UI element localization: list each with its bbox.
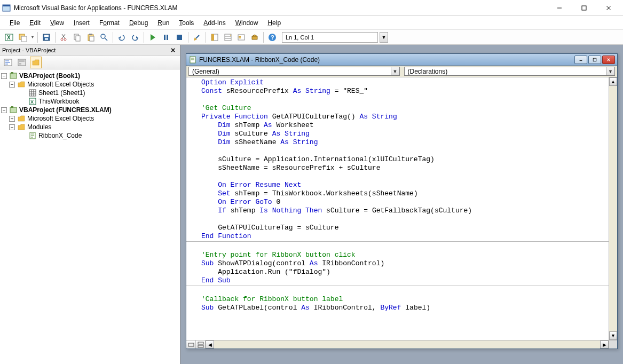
vertical-scrollbar[interactable]: ▲ ▼ bbox=[609, 77, 617, 340]
mdi-area: FUNCRES.XLAM - RibbonX_Code (Code) (Gene… bbox=[180, 45, 623, 364]
view-code-button[interactable] bbox=[2, 57, 14, 68]
code-window-titlebar[interactable]: FUNCRES.XLAM - RibbonX_Code (Code) bbox=[186, 54, 617, 66]
tree-node-sheet1[interactable]: Sheet1 (Sheet1) bbox=[38, 89, 85, 97]
scroll-left-button[interactable]: ◀ bbox=[206, 341, 214, 349]
code-editor[interactable]: Option Explicit Const sResourcePrefix As… bbox=[186, 77, 617, 340]
tree-node-excel-objects[interactable]: Microsoft Excel Objects bbox=[27, 80, 94, 89]
code-window-title: FUNCRES.XLAM - RibbonX_Code (Code) bbox=[199, 56, 574, 64]
toolbox-button[interactable] bbox=[249, 31, 261, 43]
undo-button[interactable] bbox=[116, 31, 128, 43]
minimize-button[interactable] bbox=[547, 0, 572, 16]
position-dropdown-button[interactable]: ▼ bbox=[380, 32, 388, 43]
dropdown-arrow-icon[interactable]: ▼ bbox=[391, 67, 399, 75]
horizontal-scrollbar[interactable]: ◀ ▶ bbox=[206, 341, 609, 349]
svg-line-31 bbox=[196, 35, 199, 38]
expand-icon[interactable]: − bbox=[9, 82, 15, 88]
menu-help[interactable]: Help bbox=[263, 18, 285, 28]
reset-button[interactable] bbox=[174, 31, 185, 43]
expand-icon[interactable]: + bbox=[9, 116, 15, 122]
tree-node-vbaproject-funcres[interactable]: VBAProject (FUNCRES.XLAM) bbox=[19, 106, 112, 114]
menu-window[interactable]: Window bbox=[231, 18, 263, 28]
break-button[interactable] bbox=[160, 31, 172, 43]
expand-icon[interactable]: − bbox=[1, 73, 7, 79]
properties-button[interactable] bbox=[222, 31, 234, 43]
svg-line-23 bbox=[105, 38, 107, 41]
svg-marker-26 bbox=[151, 34, 155, 41]
project-panel-title: Project - VBAProject × bbox=[0, 45, 180, 56]
svg-rect-20 bbox=[89, 34, 92, 35]
svg-rect-74 bbox=[198, 342, 203, 344]
tree-node-modules[interactable]: Modules bbox=[27, 123, 51, 131]
svg-text:X: X bbox=[30, 99, 34, 105]
svg-rect-53 bbox=[29, 90, 36, 96]
insert-item-button[interactable] bbox=[17, 31, 28, 43]
menu-insert[interactable]: Insert bbox=[69, 18, 94, 28]
scroll-up-button[interactable]: ▲ bbox=[609, 77, 617, 86]
svg-rect-73 bbox=[188, 343, 194, 346]
insert-dropdown-icon[interactable]: ▼ bbox=[30, 35, 35, 39]
close-button[interactable] bbox=[596, 0, 621, 16]
scroll-right-button[interactable]: ▶ bbox=[600, 341, 609, 349]
view-excel-button[interactable]: X bbox=[3, 31, 15, 43]
svg-text:?: ? bbox=[271, 34, 274, 41]
menu-addins[interactable]: Add-Ins bbox=[199, 18, 230, 28]
svg-text:X: X bbox=[7, 35, 11, 41]
procedure-dropdown[interactable]: (Declarations)▼ bbox=[404, 67, 616, 76]
design-mode-button[interactable] bbox=[191, 31, 203, 43]
save-button[interactable] bbox=[41, 31, 52, 43]
dropdown-arrow-icon[interactable]: ▼ bbox=[606, 67, 614, 75]
toolbar-separator bbox=[55, 32, 56, 43]
size-grip[interactable] bbox=[609, 341, 617, 349]
svg-rect-29 bbox=[177, 35, 182, 40]
folder-icon bbox=[17, 114, 26, 123]
child-minimize-button[interactable] bbox=[574, 56, 587, 64]
svg-rect-40 bbox=[239, 37, 241, 38]
svg-rect-49 bbox=[19, 60, 25, 62]
procedure-view-button[interactable] bbox=[186, 341, 196, 349]
child-close-button[interactable] bbox=[602, 56, 615, 64]
menu-run[interactable]: Run bbox=[153, 18, 174, 28]
find-button[interactable] bbox=[98, 31, 110, 43]
code-window-footer: ◀ ▶ bbox=[186, 340, 617, 349]
menu-format[interactable]: Format bbox=[95, 18, 124, 28]
menu-debug[interactable]: Debug bbox=[125, 18, 152, 28]
maximize-button[interactable] bbox=[572, 0, 596, 16]
tree-node-vbaproject-book1[interactable]: VBAProject (Book1) bbox=[19, 72, 80, 80]
project-explorer-button[interactable] bbox=[209, 31, 220, 43]
svg-point-15 bbox=[61, 38, 63, 41]
tree-node-ribbonx-code[interactable]: RibbonX_Code bbox=[38, 131, 82, 140]
child-maximize-button[interactable] bbox=[588, 56, 601, 64]
redo-button[interactable] bbox=[129, 31, 141, 43]
object-dropdown[interactable]: (General)▼ bbox=[188, 67, 400, 76]
project-tree[interactable]: −VBAProject (Book1) −Microsoft Excel Obj… bbox=[0, 69, 180, 364]
scroll-down-button[interactable]: ▼ bbox=[609, 331, 617, 340]
tree-node-thisworkbook[interactable]: ThisWorkbook bbox=[38, 97, 79, 106]
expand-icon[interactable]: − bbox=[1, 107, 7, 113]
menu-view[interactable]: View bbox=[46, 18, 68, 28]
svg-rect-21 bbox=[90, 36, 94, 41]
svg-rect-39 bbox=[239, 36, 241, 37]
folder-icon bbox=[17, 80, 26, 89]
expand-icon[interactable]: − bbox=[9, 124, 15, 130]
run-button[interactable] bbox=[147, 31, 159, 43]
cut-button[interactable] bbox=[58, 31, 70, 43]
project-icon bbox=[9, 106, 18, 114]
toggle-folders-button[interactable] bbox=[30, 57, 42, 68]
svg-rect-3 bbox=[582, 6, 586, 10]
menu-file[interactable]: File bbox=[5, 18, 24, 28]
menu-tools[interactable]: Tools bbox=[175, 18, 198, 28]
cursor-position-text: Ln 1, Col 1 bbox=[286, 34, 314, 41]
full-module-view-button[interactable] bbox=[196, 341, 206, 349]
object-browser-button[interactable] bbox=[235, 31, 247, 43]
svg-rect-1 bbox=[3, 5, 10, 6]
cursor-position: Ln 1, Col 1 bbox=[282, 32, 378, 43]
view-object-button[interactable] bbox=[16, 57, 28, 68]
svg-rect-51 bbox=[10, 73, 17, 78]
tree-node-excel-objects-2[interactable]: Microsoft Excel Objects bbox=[27, 114, 94, 123]
help-button[interactable]: ? bbox=[266, 31, 278, 43]
toolbar: X ▼ ? Ln 1, Col 1 ▼ bbox=[0, 30, 623, 45]
project-panel-close-button[interactable]: × bbox=[168, 45, 178, 55]
copy-button[interactable] bbox=[72, 31, 83, 43]
paste-button[interactable] bbox=[85, 31, 97, 43]
menu-edit[interactable]: Edit bbox=[25, 18, 45, 28]
